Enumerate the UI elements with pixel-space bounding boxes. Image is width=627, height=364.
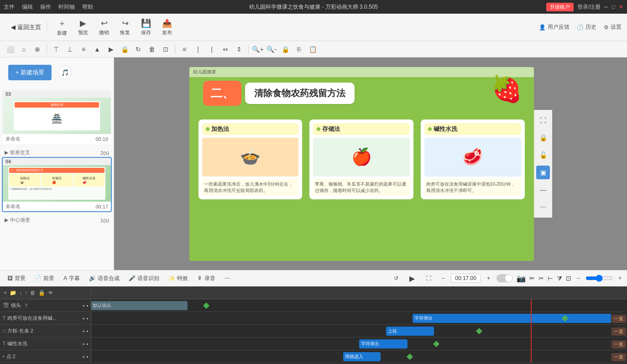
alkaline-lock-btn[interactable]: • bbox=[86, 341, 88, 347]
redo-button[interactable]: ↪ 恢复 bbox=[115, 16, 135, 38]
select-tool[interactable]: ⬜ bbox=[4, 43, 16, 56]
voice-recognition-btn[interactable]: 🎤 语音识别 bbox=[125, 274, 163, 283]
menu-edit[interactable]: 编辑 bbox=[22, 3, 33, 11]
menu-file[interactable]: 文件 bbox=[4, 3, 15, 11]
scene-item-03[interactable]: 03 食物分类 🏯 未命名 00:10 bbox=[2, 89, 112, 145]
meat-block[interactable]: 字符弹出 bbox=[413, 314, 611, 323]
upgrade-button[interactable]: 升级账户 bbox=[546, 3, 574, 11]
minus-btn[interactable]: − bbox=[439, 274, 447, 282]
recording-btn[interactable]: 🎙 录音 bbox=[193, 274, 219, 283]
track-content-alkaline[interactable]: 字符弹出 一直 bbox=[91, 338, 627, 350]
meat-vis-btn[interactable]: • bbox=[83, 316, 84, 321]
background-btn[interactable]: 🖼 背景 bbox=[4, 274, 29, 283]
zoom-out[interactable]: 🔍- bbox=[265, 43, 278, 56]
meat-lock-btn[interactable]: • bbox=[86, 316, 88, 321]
track-content-frame[interactable]: 上拉 一直 bbox=[91, 325, 627, 337]
close-btn[interactable]: ✕ bbox=[619, 4, 623, 10]
toggle-switch[interactable] bbox=[496, 274, 513, 282]
more-controls-btn[interactable]: ⋯ bbox=[221, 274, 234, 282]
move-up[interactable]: ▲ bbox=[91, 43, 104, 56]
text-right[interactable]: | bbox=[205, 43, 218, 56]
dot-lock-btn[interactable]: • bbox=[86, 354, 88, 359]
text-center[interactable]: | bbox=[192, 43, 204, 56]
menu-operate[interactable]: 操作 bbox=[40, 3, 51, 11]
frame-lock-btn[interactable]: • bbox=[86, 328, 88, 334]
lock-tool[interactable]: 🔒 bbox=[118, 43, 131, 56]
track-content-meat[interactable]: 字符弹出 一直 bbox=[91, 312, 627, 324]
minimize-btn[interactable]: ─ bbox=[604, 4, 608, 10]
track-vis-btn[interactable]: • bbox=[83, 303, 84, 308]
track-content-camera[interactable]: 默认镜头 bbox=[91, 299, 627, 312]
track-lock-btn[interactable]: • bbox=[86, 303, 88, 308]
align-bottom[interactable]: ⊥ bbox=[63, 43, 76, 56]
effects-btn[interactable]: ✨ 特效 bbox=[165, 274, 192, 283]
alkaline-diamond[interactable] bbox=[433, 341, 439, 347]
move-right[interactable]: ▶ bbox=[104, 43, 117, 56]
dash-btn[interactable]: — bbox=[536, 183, 550, 197]
alkaline-vis-btn[interactable]: • bbox=[83, 341, 84, 347]
folder-icon[interactable]: 📁 bbox=[10, 290, 16, 296]
method-card-0[interactable]: 加热法 🍲 一些素蔬果洗净后，放入沸水中3分钟左右，再用清水冲洗可去除局部农药。 bbox=[199, 120, 303, 199]
copy-tool[interactable]: ⎘ bbox=[293, 43, 305, 56]
frame-diamond[interactable] bbox=[476, 328, 482, 334]
move-down-icon[interactable]: ↓ bbox=[19, 290, 22, 296]
camera-block[interactable]: 默认镜头 bbox=[91, 301, 188, 310]
preview-button[interactable]: ▶ 预览 bbox=[73, 16, 93, 38]
alkaline-block[interactable]: 字符弹出 bbox=[359, 339, 408, 348]
filter-btn[interactable]: ⧩ bbox=[557, 275, 562, 282]
zoom-slider[interactable] bbox=[585, 275, 613, 282]
fit-btn[interactable]: ⛶ bbox=[422, 274, 435, 282]
font-btn[interactable]: A 字幕 bbox=[60, 274, 84, 283]
more-tool[interactable]: ⊕ bbox=[31, 43, 44, 56]
zoom-minus-btn[interactable]: − bbox=[575, 274, 582, 282]
fullscreen-btn[interactable]: ⛶ bbox=[536, 114, 550, 127]
frame-block[interactable]: 上拉 bbox=[386, 327, 434, 336]
rotate-tool[interactable]: ↻ bbox=[132, 43, 145, 56]
method-card-2[interactable]: 碱性水洗 🥩 肉类可放在淡食用碱溶液中浸泡10-20分钟，再用清水冲洗干净即可。 bbox=[421, 120, 525, 199]
cut-btn[interactable]: ✂ bbox=[538, 275, 544, 282]
home-tool[interactable]: ⌂ bbox=[17, 43, 30, 56]
plus-btn[interactable]: + bbox=[484, 274, 493, 282]
visibility-icon[interactable]: 👁 bbox=[48, 290, 53, 296]
menu-timeline[interactable]: 时间轴 bbox=[58, 3, 75, 11]
crop-tool[interactable]: ⊡ bbox=[159, 43, 172, 56]
dot-diamond[interactable] bbox=[407, 354, 413, 360]
paste-tool[interactable]: 📋 bbox=[306, 43, 319, 56]
foreground-btn[interactable]: 📄 前景 bbox=[31, 274, 58, 283]
voice-synthesis-btn[interactable]: 🔊 语音合成 bbox=[85, 274, 123, 283]
edit-btn[interactable]: ✏ bbox=[529, 275, 535, 282]
add-track-icon[interactable]: + bbox=[4, 290, 7, 296]
user-feedback-btn[interactable]: 👤 用户反馈 bbox=[539, 23, 570, 31]
lock2-tool[interactable]: 🔒 bbox=[279, 43, 292, 56]
distribute-h[interactable]: ⇔ bbox=[219, 43, 232, 56]
lock-panel-btn[interactable]: 🔒 bbox=[536, 131, 550, 145]
play-btn[interactable]: ▶ bbox=[406, 273, 418, 284]
back-home-button[interactable]: ◀ 返回主页 bbox=[5, 21, 47, 33]
split-btn[interactable]: ⊢ bbox=[548, 275, 553, 282]
settings-btn[interactable]: ⚙ 设置 bbox=[604, 23, 622, 31]
save-button[interactable]: 💾 保存 bbox=[136, 16, 156, 38]
snapshot-btn[interactable]: 📷 bbox=[517, 274, 526, 283]
canvas[interactable]: 幼儿园微课 二、 清除食物农药残留方法 🍓 加热法 🍲 bbox=[189, 67, 534, 261]
align-center-v[interactable]: ≡ bbox=[77, 43, 90, 56]
new-button[interactable]: ＋ 新建 bbox=[52, 16, 72, 38]
align-top[interactable]: ⊤ bbox=[50, 43, 63, 56]
camera-diamond[interactable] bbox=[203, 302, 209, 309]
track-content-dot[interactable]: 弹跳进入 一直 bbox=[91, 350, 627, 363]
login-btn[interactable]: 登录/注册 bbox=[577, 3, 601, 11]
fit2-btn[interactable]: ⊡ bbox=[566, 275, 571, 282]
distribute-v[interactable]: ⇕ bbox=[233, 43, 246, 56]
publish-button[interactable]: 📤 发布 bbox=[157, 16, 177, 38]
method-card-1[interactable]: 存储法 🍎 苹果、猕猴桃、冬瓜等不易腐烂的蔬果可以通过储存，随着时间可以减少农药… bbox=[309, 120, 413, 199]
zoom-in[interactable]: 🔍+ bbox=[251, 43, 264, 56]
help-icon[interactable]: ? bbox=[25, 303, 27, 308]
scene-item-04[interactable]: 04 二、清除食物农药残留方法 加热法🍲 存储法🍎 碱性水洗🥩 一些素蔬果洗净后… bbox=[2, 157, 112, 212]
undo-button[interactable]: ↩ 撤销 bbox=[94, 16, 114, 38]
new-scene-button[interactable]: + 新建场景 bbox=[8, 65, 52, 80]
move-up-icon[interactable]: ↑ bbox=[25, 290, 27, 296]
unlock-panel-btn[interactable]: 🔓 bbox=[536, 148, 550, 162]
music-button[interactable]: 🎵 bbox=[58, 66, 72, 79]
lock-track-icon[interactable]: 🔒 bbox=[38, 290, 45, 296]
rewind-btn[interactable]: ↺ bbox=[390, 274, 402, 282]
menu-help[interactable]: 帮助 bbox=[82, 3, 93, 11]
